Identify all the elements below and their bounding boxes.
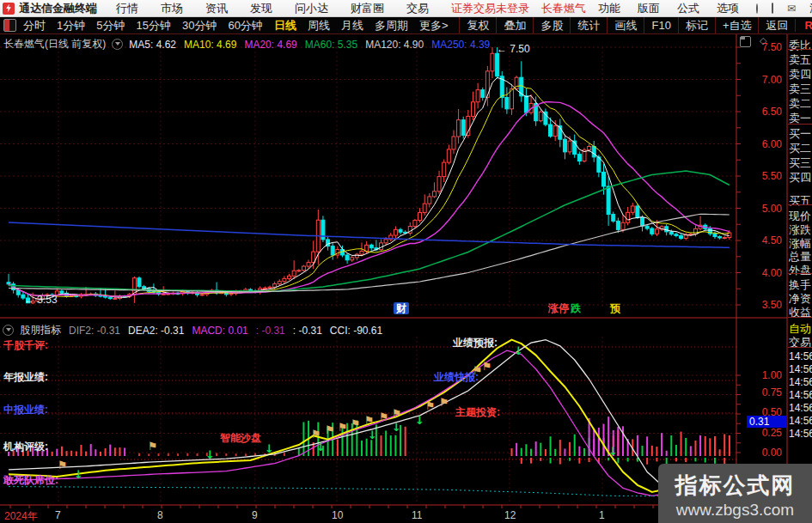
period-tab-月线[interactable]: 月线: [341, 18, 363, 33]
period-tab-30分钟[interactable]: 30分钟: [182, 18, 217, 33]
sidebar-field-交易[interactable]: 交易: [789, 335, 812, 350]
indicator-name[interactable]: 股朋指标: [20, 323, 61, 338]
svg-text:⚑: ⚑: [311, 428, 321, 441]
price-axis-tick: 5.00: [741, 203, 782, 215]
chart-header: 长春燃气(日线 前复权) MA5: 4.62MA10: 4.69MA20: 4.…: [3, 37, 498, 52]
event-badge-财[interactable]: 财: [394, 302, 409, 314]
menu-items: 行情市场资讯发现问小达财富圈交易: [116, 1, 451, 16]
sidebar-field-卖三[interactable]: 卖三: [789, 82, 812, 97]
period-tab-多周期[interactable]: 多周期: [375, 18, 408, 33]
period-tab-分时[interactable]: 分时: [23, 18, 46, 33]
indicator-value-label: : -0.31: [256, 325, 285, 337]
tick-list-time[interactable]: 14:56: [789, 350, 812, 362]
app-logo-icon[interactable]: [3, 3, 15, 15]
indicator-value-label: : -0.31: [293, 325, 322, 337]
period-tab-5分钟[interactable]: 5分钟: [96, 18, 125, 33]
sidebar-field-卖二[interactable]: 卖二: [789, 96, 812, 112]
sidebar-field-委比[interactable]: 委比: [789, 38, 812, 53]
sidebar-field-买三[interactable]: 买三: [789, 155, 812, 171]
menu-item-发现[interactable]: 发现: [250, 1, 272, 16]
tick-list-time[interactable]: 14:56: [789, 415, 812, 427]
r-button[interactable]: R: [795, 19, 812, 32]
tool-button-+自选[interactable]: +自选: [715, 17, 759, 34]
tool-button-叠加[interactable]: 叠加: [496, 17, 533, 34]
login-status[interactable]: 证券交易未登录: [451, 1, 529, 16]
history-icon[interactable]: [756, 3, 758, 14]
current-stock-name[interactable]: 长春燃气: [541, 1, 586, 16]
price-axis-tick: 7.00: [741, 74, 782, 86]
menu-item-选项[interactable]: 选项: [717, 1, 739, 16]
tool-button-复权[interactable]: 复权: [459, 17, 496, 34]
tick-list-time[interactable]: 14:56: [789, 428, 812, 440]
tool-button-F10[interactable]: F10: [644, 17, 677, 34]
period-tab-日线[interactable]: 日线: [274, 18, 296, 33]
price-axis-tick: 6.00: [741, 138, 782, 150]
svg-text:⚑: ⚑: [364, 414, 375, 427]
sidebar-field-买二[interactable]: 买二: [789, 141, 812, 156]
price-axis-tick: 7.50: [741, 41, 782, 53]
tool-button-多股[interactable]: 多股: [533, 17, 570, 34]
ma-value-label: MA60: 5.35: [305, 39, 357, 51]
sidebar-field-卖四[interactable]: 卖四: [789, 67, 812, 82]
phone-icon[interactable]: [772, 3, 773, 14]
price-axis-tick: 4.00: [741, 267, 782, 279]
chevron-down-icon[interactable]: [3, 325, 14, 336]
indicator-axis-tick: 0.75: [741, 386, 782, 398]
menu-item-交易[interactable]: 交易: [406, 1, 429, 16]
period-tab-1分钟[interactable]: 1分钟: [57, 18, 85, 33]
period-tabs: 分时1分钟5分钟15分钟30分钟60分钟日线周线月线多周期更多>: [23, 18, 459, 33]
svg-text:↓: ↓: [392, 421, 401, 434]
sidebar-divider: [788, 347, 812, 348]
sidebar-field-外盘[interactable]: 外盘: [789, 263, 812, 278]
menu-item-市场[interactable]: 市场: [161, 1, 183, 16]
menu-item-财富圈[interactable]: 财富圈: [351, 1, 384, 16]
event-badge-涨停[interactable]: 涨停: [548, 302, 569, 314]
sidebar-field-买四[interactable]: 买四: [789, 170, 812, 185]
month-label: 7: [55, 509, 61, 521]
layout-toggle-icon[interactable]: [3, 19, 16, 32]
year-label: 2024年: [4, 509, 38, 523]
period-tab-15分钟[interactable]: 15分钟: [136, 18, 170, 33]
menu-item-功能[interactable]: 功能: [598, 1, 620, 16]
svg-text:⚑: ⚑: [425, 399, 436, 412]
event-badge-预[interactable]: 预: [610, 302, 620, 314]
menu-item-公式[interactable]: 公式: [677, 1, 699, 16]
sidebar-field-收益[interactable]: 收益: [789, 305, 812, 320]
tick-list-time[interactable]: 14:56: [789, 376, 812, 388]
tool-button-标记[interactable]: 标记: [678, 17, 715, 34]
tdx-terminal-window: ⚑⚑⚑⚑⚑⚑⚑⚑⚑⚑⚑⚑⚑↓↓↓↓↓↓↓↓↓ 通达信金融终端 行情市场资讯发现问…: [0, 0, 812, 523]
chevron-down-icon[interactable]: [112, 39, 123, 50]
period-tab-周线[interactable]: 周线: [308, 18, 330, 33]
menu-item-问小达[interactable]: 问小达: [295, 1, 328, 16]
sidebar-divider: [788, 317, 812, 318]
function-menu: 功能版面公式选项: [598, 1, 756, 16]
chart-canvas[interactable]: ⚑⚑⚑⚑⚑⚑⚑⚑⚑⚑⚑⚑⚑↓↓↓↓↓↓↓↓↓: [0, 0, 812, 523]
svg-text:⚑: ⚑: [482, 360, 492, 373]
tool-button-画线[interactable]: 画线: [607, 17, 644, 34]
tick-list-time[interactable]: 14:56: [789, 402, 812, 414]
sidebar-field-买五[interactable]: 买五: [789, 193, 812, 209]
indicator-axis-tick: 0.00: [741, 447, 782, 459]
menu-item-版面[interactable]: 版面: [638, 1, 660, 16]
period-tab-更多>[interactable]: 更多>: [419, 18, 449, 33]
ma-values: MA5: 4.62MA10: 4.69MA20: 4.69MA60: 5.35M…: [129, 39, 498, 51]
menu-item-资讯[interactable]: 资讯: [205, 1, 228, 16]
chart-title[interactable]: 长春燃气(日线 前复权): [3, 37, 106, 52]
menu-bar: 通达信金融终端 行情市场资讯发现问小达财富圈交易 证券交易未登录 长春燃气 功能…: [0, 0, 812, 17]
svg-text:↓: ↓: [415, 414, 424, 427]
svg-text:↓: ↓: [265, 442, 274, 455]
mail-icon[interactable]: ✉: [787, 4, 796, 13]
event-badge-跌[interactable]: 跌: [571, 302, 581, 314]
price-axis-tick: 5.50: [741, 170, 782, 182]
sidebar-field-卖五[interactable]: 卖五: [789, 52, 812, 68]
period-tab-60分钟[interactable]: 60分钟: [228, 18, 262, 33]
menu-item-行情[interactable]: 行情: [116, 1, 138, 16]
tick-list-time[interactable]: 14:56: [789, 389, 812, 401]
tool-button-返回[interactable]: 返回: [758, 17, 795, 34]
sidebar-field-买一[interactable]: 买一: [789, 126, 812, 142]
svg-text:⚑: ⚑: [338, 421, 348, 434]
tick-list-time[interactable]: 14:56: [789, 363, 812, 375]
tool-button-统计[interactable]: 统计: [570, 17, 607, 34]
indicator-row-label: 敢死队席位:: [3, 473, 58, 488]
watermark-url: www.zbgs3.com: [658, 501, 812, 520]
